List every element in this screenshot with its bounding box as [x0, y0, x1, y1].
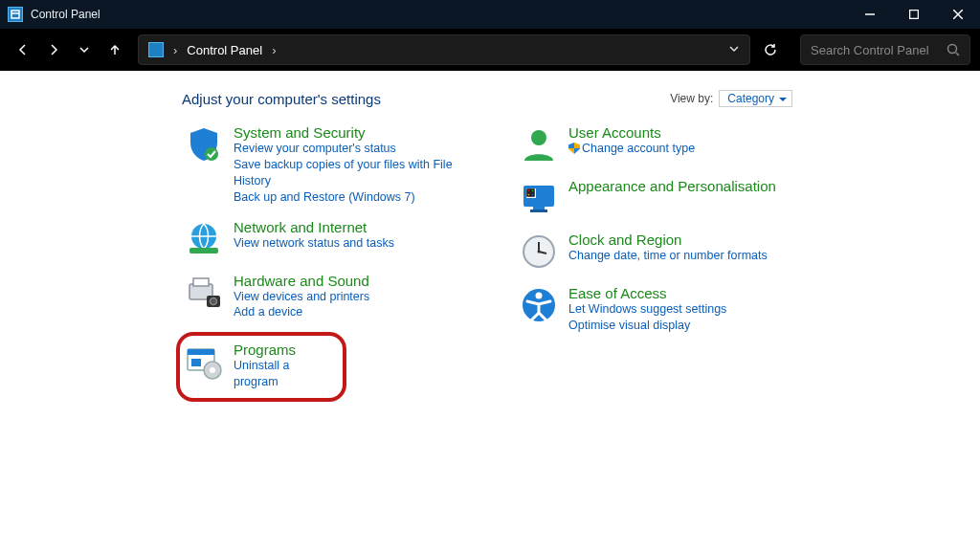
svg-rect-3 [910, 11, 919, 19]
printer-icon [184, 273, 224, 313]
svg-rect-27 [531, 193, 534, 196]
forward-button[interactable] [40, 36, 67, 63]
category-link[interactable]: Let Windows suggest settings [568, 301, 726, 318]
window-title: Control Panel [31, 8, 100, 21]
svg-point-15 [211, 298, 217, 304]
svg-line-8 [956, 53, 959, 55]
control-panel-icon [8, 7, 23, 22]
clock-icon [519, 231, 559, 272]
highlight-annotation: Programs Uninstall a program [176, 332, 346, 402]
control-panel-icon [148, 42, 164, 57]
category-appearance-personalisation: Appearance and Personalisation [517, 176, 804, 220]
programs-icon [184, 342, 224, 382]
category-link[interactable]: Optimise visual display [568, 318, 726, 334]
chevron-right-icon: › [272, 43, 276, 57]
window-titlebar: Control Panel [0, 0, 980, 29]
category-link[interactable]: View network status and tasks [234, 235, 394, 252]
back-button[interactable] [10, 36, 36, 63]
category-link[interactable]: Save backup copies of your files with Fi… [234, 157, 469, 189]
category-link[interactable]: Change date, time or number formats [568, 248, 768, 264]
svg-rect-26 [527, 193, 530, 196]
category-title[interactable]: User Accounts [568, 124, 695, 141]
maximize-button[interactable] [892, 0, 936, 29]
uac-shield-icon [568, 143, 580, 154]
view-by-control: View by: Category [670, 90, 792, 107]
breadcrumb-root[interactable]: Control Panel [187, 43, 262, 57]
category-link[interactable]: Change account type [568, 141, 695, 157]
svg-rect-25 [531, 189, 534, 192]
category-title[interactable]: Network and Internet [234, 219, 394, 235]
svg-rect-0 [11, 11, 19, 18]
svg-point-33 [538, 251, 541, 253]
svg-point-9 [205, 147, 218, 161]
view-by-dropdown[interactable]: Category [719, 90, 792, 107]
recent-locations-button[interactable] [71, 36, 98, 63]
search-icon [947, 43, 960, 56]
svg-point-35 [536, 293, 543, 299]
category-hardware-sound: Hardware and Sound View devices and prin… [182, 271, 469, 323]
category-title[interactable]: Ease of Access [568, 285, 726, 301]
user-icon [519, 124, 559, 165]
accessibility-icon [519, 285, 559, 325]
category-title[interactable]: System and Security [234, 124, 469, 141]
svg-rect-18 [191, 359, 201, 366]
svg-rect-17 [188, 349, 214, 355]
refresh-button[interactable] [754, 36, 787, 63]
category-link[interactable]: Back up and Restore (Windows 7) [234, 189, 469, 206]
globe-icon [184, 219, 224, 259]
address-bar[interactable]: › Control Panel › [138, 34, 750, 65]
window-controls [848, 0, 980, 29]
category-title[interactable]: Appearance and Personalisation [568, 178, 776, 194]
category-column-right: User Accounts Change account type Appear… [517, 122, 804, 402]
svg-point-21 [531, 130, 546, 145]
monitor-icon [519, 178, 559, 218]
category-title[interactable]: Hardware and Sound [234, 273, 369, 289]
up-button[interactable] [101, 36, 128, 63]
search-input[interactable]: Search Control Panel [800, 34, 970, 65]
category-link[interactable]: Add a device [234, 304, 369, 320]
content-area: Adjust your computer's settings View by:… [0, 71, 980, 402]
category-programs: Programs Uninstall a program [182, 340, 325, 392]
view-by-label: View by: [670, 92, 713, 105]
category-link[interactable]: View devices and printers [234, 289, 369, 305]
category-column-left: System and Security Review your computer… [182, 122, 469, 402]
category-ease-of-access: Ease of Access Let Windows suggest setti… [517, 283, 804, 336]
category-clock-region: Clock and Region Change date, time or nu… [517, 230, 804, 274]
svg-point-7 [948, 45, 957, 54]
category-title[interactable]: Programs [234, 342, 325, 358]
category-link[interactable]: Review your computer's status [234, 141, 469, 157]
category-system-security: System and Security Review your computer… [182, 122, 469, 208]
address-dropdown-icon[interactable] [728, 43, 740, 57]
page-heading: Adjust your computer's settings [182, 91, 381, 107]
svg-rect-24 [527, 189, 530, 192]
chevron-right-icon: › [173, 43, 177, 57]
close-button[interactable] [936, 0, 980, 29]
category-network-internet: Network and Internet View network status… [182, 217, 469, 261]
category-user-accounts: User Accounts Change account type [517, 122, 804, 166]
category-title[interactable]: Clock and Region [568, 231, 768, 248]
shield-icon [184, 124, 224, 165]
search-placeholder: Search Control Panel [811, 43, 947, 57]
svg-rect-29 [530, 209, 547, 212]
svg-rect-13 [193, 278, 209, 286]
category-link[interactable]: Uninstall a program [234, 358, 325, 390]
svg-rect-28 [533, 207, 545, 209]
svg-rect-11 [189, 248, 218, 253]
minimize-button[interactable] [848, 0, 892, 29]
navigation-bar: › Control Panel › Search Control Panel [0, 29, 980, 71]
svg-point-20 [210, 367, 215, 373]
